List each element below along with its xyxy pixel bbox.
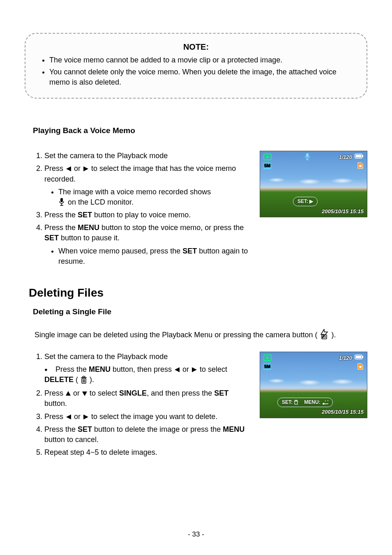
svg-marker-27 (66, 391, 71, 396)
image-counter: 1/120 (339, 355, 352, 362)
up-arrow-icon (65, 391, 71, 396)
note-title: NOTE: (38, 41, 354, 53)
svg-marker-19 (175, 367, 180, 372)
step: Press the MENU button to stop the voice … (44, 223, 248, 267)
note-item: The voice memo cannot be added to a movi… (49, 55, 354, 65)
left-arrow-icon (65, 166, 72, 172)
step: Press the SET button to delete the image… (44, 424, 248, 445)
deleting-steps: Set the camera to the Playback mode (25, 352, 248, 362)
set-trash-label: SET: (282, 399, 298, 406)
deleting-heading: Deleting Files (29, 285, 367, 301)
left-arrow-icon (65, 414, 72, 420)
note-item: You cannot delete only the voice memo. W… (49, 67, 354, 88)
svg-rect-2 (60, 198, 63, 202)
battery-icon (355, 154, 364, 159)
step: Press or to select SINGLE, and then pres… (44, 388, 248, 409)
svg-marker-20 (192, 367, 197, 372)
clouds-graphic (260, 175, 367, 187)
deleting-bullet-row: Press the MENU button, then press or to … (25, 364, 248, 385)
microphone-icon (304, 153, 310, 161)
step: Press the SET button to play to voice me… (44, 210, 248, 220)
step: Press or to select the image that has th… (44, 164, 248, 207)
sub-step: When voice memo paused, press the SET bu… (58, 246, 248, 267)
right-arrow-icon (83, 166, 89, 172)
resolution-badge: 5M (263, 163, 271, 169)
svg-rect-22 (83, 376, 85, 378)
svg-rect-11 (362, 155, 363, 157)
svg-point-13 (359, 165, 362, 167)
svg-marker-32 (266, 356, 270, 359)
memory-card-icon (357, 363, 364, 370)
svg-marker-1 (83, 166, 88, 171)
svg-rect-34 (362, 356, 363, 358)
right-arrow-icon (191, 367, 198, 373)
set-menu-hint-pill: SET: MENU: (277, 398, 333, 407)
battery-icon (355, 355, 364, 359)
set-hint-pill: SET: ▶ (293, 197, 318, 206)
svg-point-36 (359, 366, 362, 368)
clouds-graphic (260, 376, 367, 388)
playback-heading: Playing Back a Voice Memo (33, 125, 367, 136)
step: Set the camera to the Playback mode (44, 151, 248, 161)
trash-icon (80, 376, 88, 384)
svg-rect-7 (306, 153, 309, 157)
note-box: NOTE: The voice memo cannot be added to … (25, 33, 367, 99)
lcd-preview-delete: 5M 1/120 SET: MENU: (260, 352, 367, 418)
svg-marker-0 (66, 166, 71, 171)
right-arrow-icon (83, 414, 89, 420)
timestamp: 2005/10/15 15:15 (322, 208, 364, 215)
svg-rect-37 (295, 401, 297, 404)
microphone-icon (58, 198, 65, 207)
flash-trash-icon (319, 329, 329, 340)
image-counter: 1/120 (339, 154, 352, 161)
svg-marker-6 (266, 155, 270, 159)
playback-mode-icon (263, 355, 272, 361)
step: Set the camera to the Playback mode (44, 352, 248, 362)
deleting-steps-cont: Press or to select SINGLE, and then pres… (25, 388, 248, 458)
svg-marker-29 (66, 415, 71, 419)
svg-marker-40 (322, 403, 324, 405)
step: Press or to select the image you want to… (44, 412, 248, 422)
note-list: The voice memo cannot be added to a movi… (38, 55, 354, 88)
playback-steps: Set the camera to the Playback mode Pres… (25, 151, 248, 267)
playback-mode-icon (263, 154, 272, 160)
step: Repeat step 4~5 to delete images. (44, 447, 248, 458)
lcd-preview-playback: 5M 1/120 SET: ▶ (260, 151, 367, 217)
left-arrow-icon (174, 367, 180, 373)
memory-card-icon (357, 162, 364, 169)
svg-marker-30 (83, 415, 88, 419)
set-play-label: SET: ▶ (297, 198, 313, 205)
sub-step: Press the MENU button, then press or to … (44, 364, 248, 385)
svg-rect-39 (295, 400, 297, 401)
svg-marker-28 (82, 391, 87, 396)
timestamp: 2005/10/15 15:15 (322, 408, 364, 416)
svg-point-41 (325, 401, 326, 401)
menu-back-label: MENU: (304, 399, 328, 406)
deleting-sub-heading: Deleting a Single File (33, 306, 367, 318)
sub-step: The image with a voice memo recorded sho… (58, 187, 248, 207)
deleting-intro: Single image can be deleted using the Pl… (35, 329, 367, 341)
down-arrow-icon (82, 391, 88, 396)
resolution-badge: 5M (263, 364, 271, 370)
svg-rect-12 (356, 155, 361, 157)
page-number: - 33 - (0, 530, 392, 539)
svg-rect-35 (356, 356, 361, 358)
